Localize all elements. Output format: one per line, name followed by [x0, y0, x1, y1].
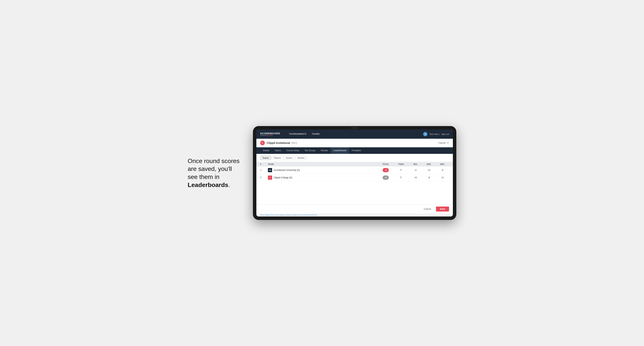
- tournament-header: C Clippd Invitational (Men) Cancel ✕: [256, 139, 453, 147]
- table-row: 2 C Clippd College [A] +3 F +8 -8 +3: [256, 174, 453, 181]
- team-cell: C Clippd College [A]: [268, 175, 378, 180]
- rd3-cell: +3: [436, 176, 449, 179]
- filter-strokes[interactable]: Strokes: [295, 156, 307, 160]
- team-name: Scoreboard University [A]: [274, 169, 300, 172]
- team-cell: SB Scoreboard University [A]: [268, 168, 378, 172]
- sub-nav: Details Teams Course Setup Tee Groups Re…: [256, 147, 453, 154]
- total-cell: +3: [378, 175, 394, 180]
- tournament-title: Clippd Invitational: [267, 141, 290, 145]
- col-rd3: RD3: [436, 163, 449, 165]
- nav-right: S Test User | Sign out: [423, 132, 449, 136]
- bottom-bar: Cancel Save: [256, 204, 453, 213]
- table-row: 1 SB Scoreboard University [A] -5 F -4 +…: [256, 167, 453, 174]
- cancel-header-button[interactable]: Cancel ✕: [438, 141, 449, 145]
- leaderboards-emphasis: Leaderboards: [188, 181, 228, 188]
- tournament-icon: C: [260, 141, 265, 145]
- tab-details[interactable]: Details: [260, 147, 272, 154]
- table-header: # TEAM TOTAL THRU RD1 RD2 RD3: [256, 162, 453, 167]
- team-logo: C: [268, 175, 272, 180]
- total-badge: -5: [383, 168, 389, 172]
- tablet-screen: SCOREBOARD Powered by clippd TOURNAMENTS…: [256, 130, 453, 216]
- nav-tournaments[interactable]: TOURNAMENTS: [286, 130, 309, 139]
- total-cell: -5: [378, 168, 394, 172]
- team-logo: SB: [268, 168, 272, 172]
- tab-results[interactable]: Results: [318, 147, 331, 154]
- status-bar: https://stage-blue-coach.stagescoreboard…: [256, 213, 453, 216]
- nav-teams[interactable]: TEAMS: [309, 130, 322, 139]
- nav-links: TOURNAMENTS TEAMS: [286, 130, 322, 139]
- thru-cell: F: [394, 169, 409, 172]
- filter-bar: Teams Players Scores Strokes: [256, 154, 453, 162]
- filter-teams[interactable]: Teams: [260, 156, 271, 160]
- user-name: Test User |: [429, 133, 439, 135]
- row-rank: 1: [260, 169, 268, 172]
- col-rank: #: [260, 163, 268, 165]
- rd1-cell: +8: [409, 176, 422, 179]
- save-button[interactable]: Save: [436, 206, 449, 211]
- rd2-cell: -8: [422, 176, 436, 179]
- rd1-cell: -4: [409, 169, 422, 172]
- cancel-x-icon: ✕: [447, 141, 449, 145]
- sign-out-link[interactable]: Sign out: [441, 133, 449, 135]
- tab-tee-groups[interactable]: Tee Groups: [302, 147, 318, 154]
- team-name: Clippd College [A]: [274, 176, 292, 179]
- col-rd1: RD1: [409, 163, 422, 165]
- leaderboard-table: # TEAM TOTAL THRU RD1 RD2 RD3 1 SB Score…: [256, 162, 453, 181]
- brand-sub: Powered by clippd: [260, 135, 280, 136]
- top-nav: SCOREBOARD Powered by clippd TOURNAMENTS…: [256, 130, 453, 139]
- brand: SCOREBOARD Powered by clippd: [260, 132, 280, 136]
- rd2-cell: +5: [422, 169, 436, 172]
- row-rank: 2: [260, 176, 268, 179]
- user-avatar: S: [423, 132, 427, 136]
- tab-leaderboards[interactable]: Leaderboards: [331, 147, 349, 154]
- thru-cell: F: [394, 176, 409, 179]
- rd3-cell: -6: [436, 169, 449, 172]
- filter-scores[interactable]: Scores: [284, 156, 294, 160]
- col-rd2: RD2: [422, 163, 436, 165]
- empty-area: [256, 181, 453, 204]
- cancel-button[interactable]: Cancel: [421, 206, 434, 211]
- tab-course-setup[interactable]: Course Setup: [284, 147, 302, 154]
- sidebar-description: Once round scores are saved, you'll see …: [188, 157, 242, 189]
- tab-printables[interactable]: Printables: [349, 147, 364, 154]
- col-team: TEAM: [268, 163, 378, 165]
- tablet-device: SCOREBOARD Powered by clippd TOURNAMENTS…: [253, 126, 456, 220]
- col-thru: THRU: [394, 163, 409, 165]
- filter-players[interactable]: Players: [272, 156, 283, 160]
- col-total: TOTAL: [378, 163, 394, 165]
- tournament-type: (Men): [291, 142, 297, 144]
- tab-teams[interactable]: Teams: [272, 147, 284, 154]
- total-badge: +3: [383, 175, 389, 180]
